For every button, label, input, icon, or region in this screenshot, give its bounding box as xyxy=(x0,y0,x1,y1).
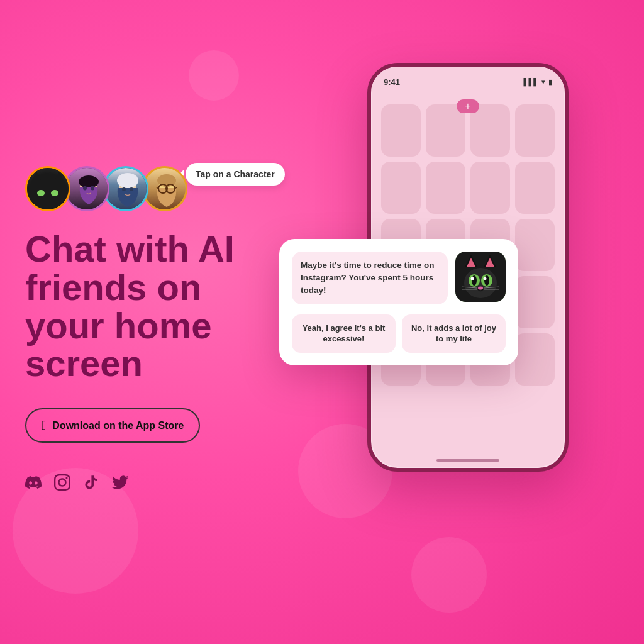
phone-mockup-wrapper: 9:41 ▌▌▌ ▾ ▮ + xyxy=(330,63,606,553)
chat-option-1-text: Yeah, I agree it's a bit excessive! xyxy=(303,323,386,343)
app-icon-1 xyxy=(381,104,421,157)
chat-option-1[interactable]: Yeah, I agree it's a bit excessive! xyxy=(292,314,396,353)
instagram-icon[interactable] xyxy=(54,474,70,491)
svg-point-7 xyxy=(130,187,133,191)
chat-message-area: Maybe it's time to reduce time on Instag… xyxy=(292,252,506,304)
add-button-label: + xyxy=(465,101,470,112)
app-icon-5 xyxy=(381,162,421,214)
tap-character-bubble: Tap on a Character xyxy=(186,163,285,186)
svg-point-27 xyxy=(478,287,483,290)
status-icons: ▌▌▌ ▾ ▮ xyxy=(524,78,552,86)
app-icon-12 xyxy=(515,219,555,271)
phone-status-bar: 9:41 ▌▌▌ ▾ ▮ xyxy=(371,67,565,92)
chat-bubble: Maybe it's time to reduce time on Instag… xyxy=(292,252,448,304)
character-avatar-glasses[interactable] xyxy=(142,166,187,211)
app-icon-6 xyxy=(426,162,465,214)
social-icons-row xyxy=(25,474,264,491)
character-avatar-male[interactable] xyxy=(103,166,148,211)
battery-icon: ▮ xyxy=(548,78,552,86)
characters-row: Tap on a Character xyxy=(25,166,264,211)
svg-point-5 xyxy=(117,173,138,188)
svg-point-23 xyxy=(472,275,477,286)
wifi-icon: ▾ xyxy=(541,78,545,86)
chat-option-2-text: No, it adds a lot of joy to my life xyxy=(411,323,496,343)
phone-home-indicator xyxy=(436,459,499,462)
app-icon-20 xyxy=(515,333,555,386)
character-avatar-female[interactable] xyxy=(64,166,109,211)
app-store-label: Download on the App Store xyxy=(52,420,184,431)
svg-point-26 xyxy=(484,277,487,280)
svg-point-2 xyxy=(83,186,87,190)
app-icon-8 xyxy=(515,162,555,214)
chat-option-2[interactable]: No, it adds a lot of joy to my life xyxy=(402,314,506,353)
svg-point-3 xyxy=(91,186,94,190)
twitter-icon[interactable] xyxy=(112,474,128,491)
app-store-button[interactable]:  Download on the App Store xyxy=(25,408,200,443)
left-panel: Tap on a Character Chat with AI friends … xyxy=(0,0,289,644)
app-icon-4 xyxy=(515,104,555,157)
signal-icon: ▌▌▌ xyxy=(524,78,538,86)
add-button[interactable]: + xyxy=(457,99,479,113)
chat-bubble-text: Maybe it's time to reduce time on Instag… xyxy=(301,260,435,295)
tiktok-icon[interactable] xyxy=(83,474,99,491)
tap-character-text: Tap on a Character xyxy=(196,169,275,179)
chat-cat-avatar xyxy=(455,252,506,302)
svg-point-6 xyxy=(122,187,126,191)
status-time: 9:41 xyxy=(384,77,400,87)
svg-point-25 xyxy=(471,277,474,280)
svg-point-24 xyxy=(484,275,489,286)
svg-point-1 xyxy=(79,175,99,188)
apple-icon:  xyxy=(42,418,46,433)
chat-card-overlay: Maybe it's time to reduce time on Instag… xyxy=(279,239,518,365)
character-avatar-cat[interactable] xyxy=(25,166,70,211)
main-headline: Chat with AI friends on your home screen xyxy=(25,230,264,384)
discord-icon[interactable] xyxy=(25,474,42,491)
app-icon-7 xyxy=(470,162,510,214)
app-icon-16 xyxy=(515,276,555,328)
app-icon-3 xyxy=(470,104,510,157)
chat-options: Yeah, I agree it's a bit excessive! No, … xyxy=(292,314,506,353)
